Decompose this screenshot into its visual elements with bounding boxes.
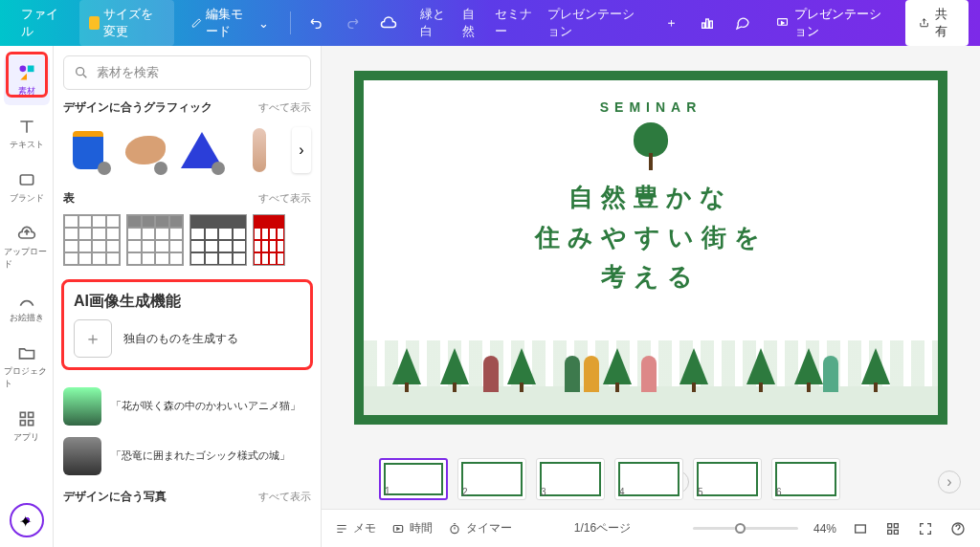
present-button[interactable]: プレゼンテーション bbox=[765, 0, 898, 46]
see-all-link[interactable]: すべて表示 bbox=[258, 490, 311, 504]
suggestion-text: 「恐竜に囲まれたゴシック様式の城」 bbox=[111, 449, 290, 463]
thumb-number: 6 bbox=[776, 487, 782, 497]
ai-suggestion[interactable]: 「花が咲く森の中のかわいいアニメ猫」 bbox=[54, 382, 321, 431]
table-item[interactable] bbox=[189, 214, 247, 266]
timer-button[interactable]: タイマー bbox=[448, 520, 512, 536]
svg-rect-19 bbox=[894, 530, 898, 534]
rail-draw[interactable]: お絵描き bbox=[4, 282, 50, 332]
svg-point-14 bbox=[451, 525, 458, 533]
slide-thumb[interactable]: 4 bbox=[614, 458, 683, 500]
graphic-item[interactable] bbox=[234, 123, 284, 177]
slide-thumb[interactable]: 2 bbox=[457, 458, 526, 500]
slide-thumb[interactable]: 5 bbox=[693, 458, 762, 500]
doc-title-part[interactable]: 自然 bbox=[462, 6, 482, 40]
section-title: 表 bbox=[63, 190, 75, 207]
slide-title[interactable]: 自然豊かな 住みやすい街を 考える bbox=[364, 178, 938, 297]
slide-thumb[interactable]: 3 bbox=[536, 458, 605, 500]
graphic-item[interactable] bbox=[63, 123, 113, 177]
help-icon[interactable] bbox=[949, 520, 967, 537]
duration-button[interactable]: 時間 bbox=[391, 520, 433, 536]
resize-label: サイズを変更 bbox=[103, 6, 165, 40]
share-button[interactable]: 共有 bbox=[905, 0, 969, 46]
rail-label: アップロード bbox=[4, 246, 50, 271]
fullscreen-icon[interactable] bbox=[917, 520, 934, 537]
search-input[interactable]: 素材を検索 bbox=[63, 55, 311, 90]
ai-generation-section: AI画像生成機能 ＋ 独自のものを生成する bbox=[61, 279, 313, 370]
pro-badge-icon bbox=[98, 162, 111, 175]
file-menu[interactable]: ファイル bbox=[11, 0, 72, 46]
redo-button[interactable] bbox=[339, 6, 368, 40]
notes-icon bbox=[335, 522, 348, 536]
graphic-item[interactable] bbox=[177, 123, 227, 177]
photos-section: デザインに合う写真 すべて表示 bbox=[54, 489, 321, 526]
table-item[interactable] bbox=[63, 214, 121, 266]
zoom-slider[interactable] bbox=[693, 527, 798, 530]
svg-rect-18 bbox=[888, 530, 892, 534]
thumb-number: 1 bbox=[385, 486, 390, 496]
rail-label: お絵描き bbox=[10, 312, 44, 324]
slide-canvas[interactable]: SEMINAR 自然豊かな 住みやすい街を 考える bbox=[354, 71, 947, 425]
title-line: 自然豊かな bbox=[364, 178, 938, 218]
projects-icon bbox=[17, 343, 36, 362]
canvas-area: SEMINAR 自然豊かな 住みやすい街を 考える bbox=[322, 46, 980, 547]
tables-section: 表 すべて表示 bbox=[54, 190, 321, 279]
zoom-thumb[interactable] bbox=[735, 523, 746, 534]
slide-thumb[interactable]: 1 bbox=[379, 458, 448, 500]
tree-icon bbox=[392, 348, 421, 392]
doc-title-part[interactable]: プレゼンテーション bbox=[547, 6, 640, 40]
tree-icon bbox=[679, 348, 708, 392]
brand-icon bbox=[17, 170, 36, 189]
graphic-item[interactable] bbox=[121, 123, 170, 177]
page-indicator[interactable]: 1/16ページ bbox=[574, 520, 631, 536]
view-single-icon[interactable] bbox=[852, 520, 869, 537]
svg-rect-17 bbox=[894, 523, 898, 527]
scroll-right-button[interactable]: › bbox=[292, 127, 311, 173]
crown-icon bbox=[89, 16, 100, 30]
person-graphic bbox=[641, 356, 657, 392]
edit-mode-dropdown[interactable]: 編集モード ⌄ bbox=[182, 0, 278, 46]
add-button[interactable]: ＋ bbox=[657, 6, 685, 40]
table-item[interactable] bbox=[126, 214, 184, 266]
magic-fab[interactable]: ✦ bbox=[10, 503, 44, 537]
see-all-link[interactable]: すべて表示 bbox=[258, 191, 311, 206]
slide-thumb[interactable]: 6 bbox=[771, 458, 840, 500]
tree-icon bbox=[746, 348, 775, 392]
rail-upload[interactable]: アップロード bbox=[4, 216, 50, 278]
resize-button[interactable]: サイズを変更 bbox=[79, 0, 174, 46]
grid-view-icon[interactable] bbox=[884, 520, 902, 537]
zoom-level[interactable]: 44% bbox=[813, 522, 836, 536]
person-graphic bbox=[584, 356, 599, 392]
analytics-icon[interactable] bbox=[693, 6, 722, 40]
pro-badge-icon bbox=[154, 162, 167, 175]
ai-suggestion[interactable]: 「恐竜に囲まれたゴシック様式の城」 bbox=[54, 431, 321, 481]
ai-generate-button[interactable]: ＋ 独自のものを生成する bbox=[74, 319, 301, 358]
pencil-icon bbox=[191, 16, 202, 30]
top-toolbar: ファイル サイズを変更 編集モード ⌄ 緑と白 自然 セミナー プレゼンテーショ… bbox=[0, 0, 980, 46]
rail-text[interactable]: テキスト bbox=[4, 109, 50, 159]
search-icon bbox=[74, 65, 89, 80]
rail-apps[interactable]: アプリ bbox=[4, 402, 50, 451]
draw-icon bbox=[17, 290, 36, 309]
thumb-number: 2 bbox=[462, 487, 468, 497]
thumb-number: 4 bbox=[619, 487, 625, 497]
suggestion-thumb bbox=[63, 437, 101, 475]
table-item[interactable] bbox=[253, 214, 285, 266]
thumb-next-button[interactable]: › bbox=[938, 470, 961, 493]
undo-button[interactable] bbox=[302, 6, 331, 40]
plus-icon: ＋ bbox=[74, 319, 112, 358]
tree-icon bbox=[440, 348, 469, 392]
slide-thumbnails: 1 2 3 4 5 6 bbox=[322, 449, 980, 509]
rail-projects[interactable]: プロジェクト bbox=[4, 336, 50, 398]
doc-title-part[interactable]: セミナー bbox=[495, 6, 536, 40]
title-line: 住みやすい街を bbox=[364, 218, 938, 258]
doc-title-part[interactable]: 緑と白 bbox=[420, 6, 451, 40]
see-all-link[interactable]: すべて表示 bbox=[258, 100, 311, 115]
cloud-sync-icon[interactable] bbox=[374, 6, 403, 40]
edit-mode-label: 編集モード bbox=[206, 6, 255, 40]
comment-icon[interactable] bbox=[729, 6, 758, 40]
notes-button[interactable]: メモ bbox=[335, 520, 376, 536]
scene-graphic[interactable] bbox=[364, 319, 938, 415]
rail-brand[interactable]: ブランド bbox=[4, 163, 50, 212]
slide-subtitle[interactable]: SEMINAR bbox=[364, 99, 938, 115]
tree-graphic[interactable] bbox=[632, 122, 670, 170]
